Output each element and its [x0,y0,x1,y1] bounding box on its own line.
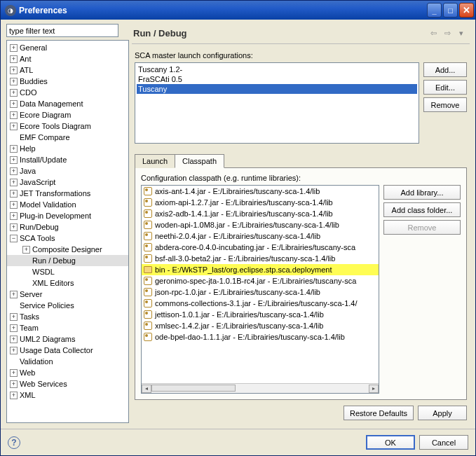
add-library-button[interactable]: Add library... [383,185,461,200]
tree-item[interactable]: +Run/Debug [7,221,128,233]
cancel-button[interactable]: Cancel [419,435,468,450]
expand-icon[interactable]: + [10,324,18,332]
expand-icon[interactable]: + [10,392,18,399]
classpath-item[interactable]: bsf-all-3.0-beta2.jar - E:/Librairies/tu… [142,253,379,264]
tree-item[interactable]: +Plug-in Development [7,210,128,221]
expand-icon[interactable]: + [10,78,18,85]
restore-defaults-button[interactable]: Restore Defaults [344,406,414,420]
ok-button[interactable]: OK [366,435,415,450]
tree-item[interactable]: +Server [7,289,128,300]
classpath-item[interactable]: xmlsec-1.4.2.jar - E:/Librairies/tuscany… [142,320,379,331]
classpath-item[interactable]: axiom-api-1.2.7.jar - E:/Librairies/tusc… [142,197,379,208]
tab-launch[interactable]: Launch [135,154,175,168]
tree-item[interactable]: +Help [7,143,128,154]
scrollbar-thumb[interactable] [151,385,236,392]
tree-item[interactable]: +JET Transformations [7,188,128,199]
expand-icon[interactable]: + [10,55,18,63]
expand-icon[interactable]: + [10,291,18,298]
tree-item[interactable]: +General [7,42,128,53]
classpath-list[interactable]: axis-ant-1.4.jar - E:/Librairies/tuscany… [142,186,379,383]
maximize-button[interactable]: □ [443,3,458,18]
tree-item[interactable]: +Ecore Tools Diagram [7,120,128,132]
tree-item[interactable]: +Web Services [7,378,128,389]
tree-item[interactable]: XML Editors [7,277,128,289]
expand-icon[interactable]: + [10,123,18,130]
tree-item[interactable]: +Composite Designer [7,244,128,255]
tree-item[interactable]: +Model Validation [7,199,128,210]
expand-icon[interactable]: + [10,156,18,164]
expand-icon[interactable]: + [10,347,18,354]
expand-icon[interactable]: + [10,179,18,186]
classpath-item[interactable]: bin - E:/WkSTP_last/org.eclipse.stp.sca.… [142,264,379,275]
remove-classpath-button[interactable]: Remove [383,220,461,235]
classpath-item[interactable]: woden-api-1.0M8.jar - E:/Librairies/tusc… [142,219,379,230]
expand-icon[interactable]: + [10,212,18,220]
tree-item[interactable]: +Ecore Diagram [7,109,128,120]
scroll-right-icon[interactable]: ▸ [369,385,379,393]
tree-item[interactable]: +Data Management [7,98,128,109]
tree-item[interactable]: −SCA Tools [7,233,128,244]
expand-icon[interactable]: + [10,67,18,74]
tree-item[interactable]: Validation [7,356,128,367]
tree-item[interactable]: +ATL [7,64,128,76]
config-item[interactable]: Tuscany [137,84,417,94]
tree-item[interactable]: Run / Debug [7,255,128,266]
tree-item[interactable]: +Buddies [7,76,128,87]
tree-item[interactable]: +Ant [7,53,128,64]
classpath-item[interactable]: abdera-core-0.4.0-incubating.jar - E:/Li… [142,242,379,253]
filter-input[interactable] [6,24,118,37]
tree-item[interactable]: +Tasks [7,311,128,322]
expand-icon[interactable]: + [10,89,18,97]
remove-config-button[interactable]: Remove [423,97,467,112]
expand-icon[interactable]: + [10,100,18,108]
edit-button[interactable]: Edit... [423,80,467,95]
add-button[interactable]: Add... [423,62,467,77]
classpath-item[interactable]: geronimo-spec-jta-1.0.1B-rc4.jar - E:/Li… [142,275,379,286]
apply-button[interactable]: Apply [418,406,467,420]
expand-icon[interactable]: + [10,369,18,377]
tree-item[interactable]: +XML [7,389,128,401]
expand-icon[interactable]: + [22,246,30,254]
expand-icon[interactable]: + [10,190,18,198]
expand-icon[interactable]: + [10,111,18,119]
classpath-item[interactable]: commons-collections-3.1.jar - E:/Librair… [142,298,379,309]
config-item[interactable]: FraSCAti 0.5 [137,74,417,84]
configs-list[interactable]: Tuscany 1.2-FraSCAti 0.5Tuscany [135,62,419,144]
expand-icon[interactable]: − [10,235,18,242]
menu-icon[interactable]: ▾ [454,27,468,39]
tree-item[interactable]: +JavaScript [7,177,128,188]
expand-icon[interactable]: + [10,313,18,321]
tree-item[interactable]: +Web [7,367,128,378]
close-button[interactable]: ✕ [459,3,474,18]
scroll-left-icon[interactable]: ◂ [142,385,151,393]
horizontal-scrollbar[interactable]: ◂ ▸ [142,383,379,393]
config-item[interactable]: Tuscany 1.2- [137,64,417,74]
classpath-item[interactable]: jettison-1.0.1.jar - E:/Librairies/tusca… [142,309,379,320]
tree-item[interactable]: Service Policies [7,300,128,311]
back-icon[interactable]: ⇦ [426,27,440,39]
classpath-item[interactable]: axis2-adb-1.4.1.jar - E:/Librairies/tusc… [142,208,379,219]
tree-item[interactable]: +Java [7,165,128,177]
preferences-tree[interactable]: +General+Ant+ATL+Buddies+CDO+Data Manage… [6,40,129,423]
tree-item[interactable]: EMF Compare [7,132,128,143]
help-icon[interactable]: ? [8,436,20,449]
tree-item[interactable]: +CDO [7,87,128,98]
expand-icon[interactable]: + [10,223,18,231]
tree-item[interactable]: +UML2 Diagrams [7,333,128,345]
add-class-folder-button[interactable]: Add class folder... [383,202,461,217]
classpath-item[interactable]: ode-bpel-dao-1.1.1.jar - E:/Librairies/t… [142,331,379,343]
tree-item[interactable]: +Team [7,322,128,333]
tree-item[interactable]: +Install/Update [7,154,128,165]
minimize-button[interactable]: _ [427,3,442,18]
tree-item[interactable]: +Usage Data Collector [7,345,128,356]
forward-icon[interactable]: ⇨ [440,27,454,39]
classpath-item[interactable]: axis-ant-1.4.jar - E:/Librairies/tuscany… [142,186,379,197]
classpath-item[interactable]: neethi-2.0.4.jar - E:/Librairies/tuscany… [142,230,379,242]
classpath-item[interactable]: json-rpc-1.0.jar - E:/Librairies/tuscany… [142,286,379,298]
expand-icon[interactable]: + [10,201,18,209]
expand-icon[interactable]: + [10,167,18,175]
expand-icon[interactable]: + [10,336,18,343]
tree-item[interactable]: WSDL [7,266,128,277]
tab-classpath[interactable]: Classpath [175,154,224,168]
expand-icon[interactable]: + [10,145,18,153]
